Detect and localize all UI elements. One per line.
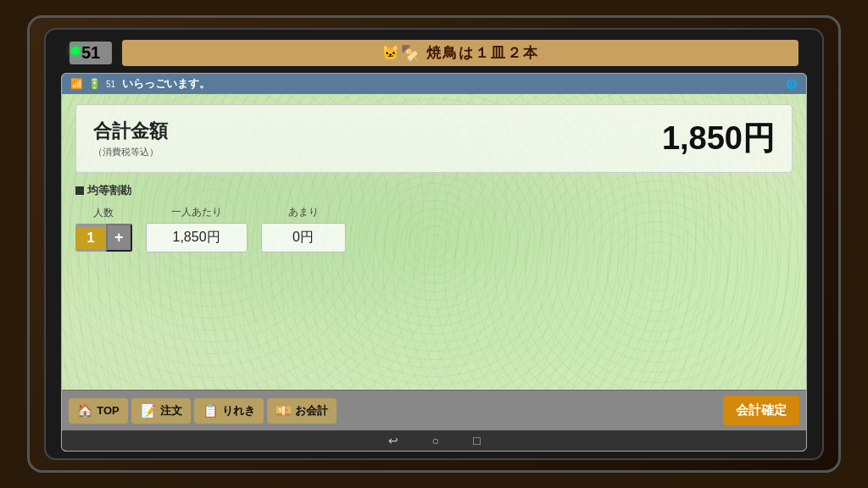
per-person-group: 一人あたり 1,850円: [146, 205, 248, 252]
total-sublabel: （消費税等込）: [93, 146, 168, 158]
android-back-button[interactable]: ↩: [388, 434, 398, 447]
outer-frame: 51 🐱🍢 焼鳥は１皿２本 📶 🔋 51 いらっごいます。 🌐: [27, 15, 841, 473]
home-icon: 🏠: [77, 403, 93, 419]
android-recent-button[interactable]: □: [473, 434, 480, 447]
status-table-code: 51: [106, 80, 115, 89]
split-section: 均等割勘 人数 1 + 一人あたり: [75, 183, 793, 252]
globe-icon: 🌐: [786, 79, 798, 90]
top-bar: 51 🐱🍢 焼鳥は１皿２本: [53, 36, 815, 69]
top-button[interactable]: 🏠 TOP: [69, 398, 128, 424]
order-button[interactable]: 📝 注文: [131, 398, 191, 424]
android-nav: ↩ ○ □: [62, 430, 806, 451]
android-home-button[interactable]: ○: [432, 434, 439, 447]
order-label: 注文: [160, 403, 182, 419]
payment-icon: 💴: [275, 403, 292, 419]
split-title: 均等割勘: [75, 183, 793, 198]
history-icon: 📋: [203, 403, 219, 419]
nav-bar: 🏠 TOP 📝 注文 📋 りれき 💴 お会計 会計確定: [62, 390, 806, 430]
payment-label: お会計: [295, 403, 328, 419]
per-person-value: 1,850円: [146, 223, 248, 252]
person-count-value: 1: [75, 227, 106, 249]
person-count-plus-button[interactable]: +: [106, 224, 132, 252]
person-count-control: 1 +: [75, 224, 132, 252]
split-row: 人数 1 + 一人あたり 1,850円: [75, 205, 793, 252]
confirm-button[interactable]: 会計確定: [723, 396, 799, 425]
remainder-label: あまり: [261, 205, 346, 219]
history-button[interactable]: 📋 りれき: [194, 398, 264, 424]
status-left: 📶 🔋 51: [70, 78, 115, 90]
remainder-group: あまり 0円: [261, 205, 346, 252]
top-label: TOP: [97, 404, 120, 417]
remainder-value: 0円: [261, 223, 346, 252]
confirm-label: 会計確定: [736, 402, 787, 419]
total-box: 合計金額 （消費税等込） 1,850円: [75, 104, 793, 173]
status-bar: 📶 🔋 51 いらっごいます。 🌐: [62, 74, 806, 94]
power-led: [71, 47, 80, 55]
device-body: 51 🐱🍢 焼鳥は１皿２本 📶 🔋 51 いらっごいます。 🌐: [44, 28, 824, 460]
person-count-group: 人数 1 +: [75, 206, 132, 252]
screen: 📶 🔋 51 いらっごいます。 🌐 合計金額 （消費税等込）: [61, 73, 807, 452]
battery-icon: 🔋: [88, 78, 101, 90]
signal-icon: 📶: [70, 78, 83, 90]
total-label: 合計金額: [93, 119, 168, 144]
person-count-label: 人数: [75, 206, 132, 220]
main-content: 合計金額 （消費税等込） 1,850円 均等割勘 人数: [62, 94, 806, 390]
split-title-square-icon: [75, 186, 84, 195]
payment-button[interactable]: 💴 お会計: [267, 398, 337, 424]
order-icon: 📝: [141, 403, 157, 419]
total-label-group: 合計金額 （消費税等込）: [93, 119, 168, 158]
status-greeting: いらっごいます。: [122, 76, 779, 92]
status-right: 🌐: [786, 79, 798, 90]
history-label: りれき: [222, 403, 255, 419]
total-amount: 1,850円: [662, 117, 775, 160]
restaurant-title: 🐱🍢 焼鳥は１皿２本: [122, 40, 798, 66]
split-title-text: 均等割勘: [87, 183, 131, 198]
per-person-label: 一人あたり: [146, 205, 248, 219]
